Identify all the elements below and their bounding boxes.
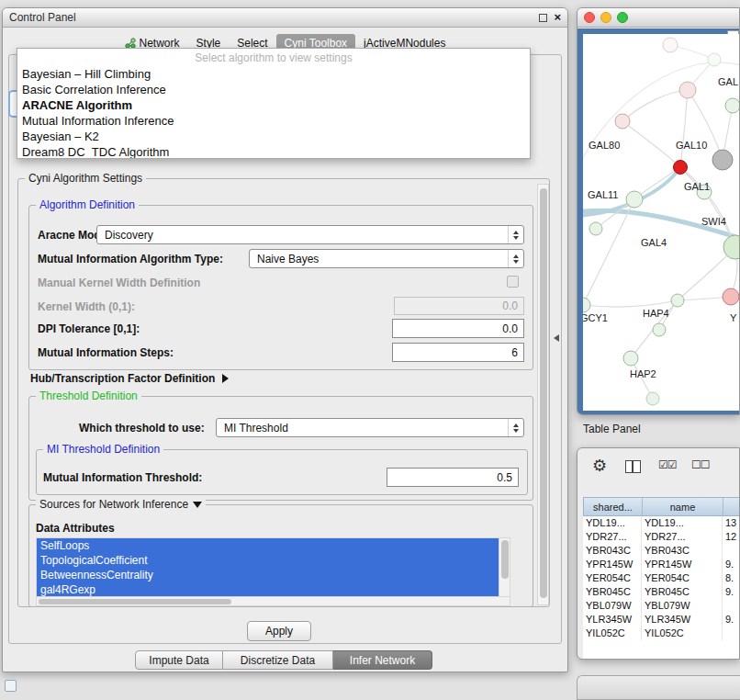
list-item[interactable]: BetweennessCentrality xyxy=(37,568,499,582)
network-node[interactable] xyxy=(653,323,666,336)
cell-shared-name: YBR043C xyxy=(583,544,642,558)
cell-name: YPR145W xyxy=(642,558,723,571)
list-item[interactable]: SelfLoops xyxy=(37,538,499,553)
network-node[interactable] xyxy=(712,150,733,170)
threshold-definition-legend: Threshold Definition xyxy=(36,390,141,402)
mac-zoom-button[interactable] xyxy=(617,12,628,23)
cell-name: YDL19... xyxy=(642,516,723,530)
cell-value xyxy=(723,599,740,613)
network-node[interactable] xyxy=(589,222,602,235)
combo-stepper-icon xyxy=(508,226,523,243)
float-window-icon[interactable] xyxy=(539,14,547,22)
network-node[interactable] xyxy=(646,392,659,405)
network-window-titlebar xyxy=(577,8,739,28)
dropdown-item-selected[interactable]: ARACNE Algorithm xyxy=(17,97,530,113)
cell-name: YLR345W xyxy=(642,613,723,627)
which-threshold-label: Which threshold to use: xyxy=(79,422,205,435)
list-item[interactable]: TopologicalCoefficient xyxy=(37,553,499,568)
network-node[interactable] xyxy=(725,98,740,113)
mi-type-label: Mutual Information Algorithm Type: xyxy=(38,253,223,265)
dropdown-item[interactable]: Dream8 DC_TDC Algorithm xyxy=(17,144,530,159)
mi-steps-field[interactable]: 6 xyxy=(392,343,524,362)
network-node[interactable] xyxy=(626,191,643,208)
mac-close-button[interactable] xyxy=(584,12,595,23)
cell-name: YIL052C xyxy=(642,627,723,640)
cyni-algorithm-settings-title: Cyni Algorithm Settings xyxy=(28,172,142,185)
table-row[interactable]: YBR045C YBR045C 9. xyxy=(583,585,740,599)
network-node[interactable] xyxy=(679,82,696,98)
table-row[interactable]: YPR145W YPR145W 9. xyxy=(583,558,740,571)
sources-section-toggle[interactable]: Sources for Network Inference xyxy=(36,498,206,511)
cell-name: YBR043C xyxy=(642,544,723,558)
cell-name: YDR27... xyxy=(642,530,723,544)
column-header-clipped[interactable] xyxy=(723,498,740,515)
network-node[interactable] xyxy=(671,294,684,307)
dropdown-item[interactable]: Bayesian – Hill Climbing xyxy=(17,66,530,82)
network-canvas[interactable]: GAL80 GAL10 GAL11 GAL1 SWI4 GAL4 GCY1 HA… xyxy=(583,34,740,411)
table-row[interactable]: YIL052C YIL052C xyxy=(583,627,740,640)
table-row[interactable]: YDL19... YDL19... 13 xyxy=(583,516,740,530)
settings-scrollbar[interactable] xyxy=(537,184,549,605)
mi-type-select[interactable]: Naive Bayes xyxy=(249,249,524,268)
table-body: YDL19... YDL19... 13 YDR27... YDR27... 1… xyxy=(583,516,740,659)
cell-shared-name: YDR27... xyxy=(583,530,642,544)
network-node[interactable] xyxy=(708,53,721,66)
mi-threshold-field[interactable]: 0.5 xyxy=(387,468,519,487)
tab-impute-data[interactable]: Impute Data xyxy=(135,650,223,670)
mi-threshold-legend: MI Threshold Definition xyxy=(43,443,163,456)
cell-value xyxy=(723,627,740,640)
node-label: GAL4 xyxy=(641,237,667,248)
apply-button[interactable]: Apply xyxy=(247,621,311,641)
cell-name: YBL079W xyxy=(642,599,723,613)
network-node-gal10[interactable] xyxy=(674,161,688,175)
dropdown-item[interactable]: Bayesian – K2 xyxy=(17,129,530,144)
network-view-window: GAL80 GAL10 GAL11 GAL1 SWI4 GAL4 GCY1 HA… xyxy=(577,7,740,415)
hub-tf-section-label: Hub/Transcription Factor Definition xyxy=(30,372,215,385)
node-label: GAL80 xyxy=(589,140,620,151)
gear-icon[interactable]: ⚙ xyxy=(592,456,607,476)
minimized-panel-button[interactable] xyxy=(5,680,17,692)
table-row[interactable]: YER054C YER054C 8. xyxy=(583,571,740,585)
node-label: GAL10 xyxy=(676,140,707,151)
dpi-tolerance-field[interactable]: 0.0 xyxy=(392,319,524,338)
dropdown-item[interactable]: Basic Correlation Inference xyxy=(17,82,530,97)
mi-threshold-label: Mutual Information Threshold: xyxy=(43,471,202,484)
tab-infer-network[interactable]: Infer Network xyxy=(333,650,432,670)
columns-icon[interactable] xyxy=(625,460,641,473)
dpi-tolerance-label: DPI Tolerance [0,1]: xyxy=(38,322,140,335)
control-panel-title: Control Panel xyxy=(9,11,76,24)
expanded-arrow-icon xyxy=(193,502,202,508)
cell-shared-name: YDL19... xyxy=(583,516,642,530)
dropdown-item[interactable]: Mutual Information Inference xyxy=(17,113,530,129)
mac-minimize-button[interactable] xyxy=(600,12,611,23)
manual-kernel-label: Manual Kernel Width Definition xyxy=(38,277,200,289)
list-item[interactable]: gal4RGexp xyxy=(37,582,499,597)
network-node[interactable] xyxy=(723,288,739,305)
tab-discretize-data[interactable]: Discretize Data xyxy=(223,650,333,670)
table-row[interactable]: YBL079W YBL079W xyxy=(583,599,740,613)
column-header-name[interactable]: name xyxy=(643,498,723,515)
column-header-shared-name[interactable]: shared... xyxy=(584,498,643,515)
which-threshold-select[interactable]: MI Threshold xyxy=(216,418,524,437)
close-icon[interactable]: × xyxy=(554,13,561,22)
aracne-mode-select[interactable]: Discovery xyxy=(96,225,524,244)
deselect-all-columns-icon[interactable]: ☐☐ xyxy=(691,458,710,471)
table-row[interactable]: YLR345W YLR345W 9. xyxy=(583,613,740,627)
splitter-collapse-arrow[interactable] xyxy=(554,334,559,342)
table-row[interactable]: YBR043C YBR043C xyxy=(583,544,740,558)
threshold-definition-title: Threshold Definition xyxy=(39,390,138,402)
select-all-columns-icon[interactable]: ☑☑ xyxy=(658,458,677,471)
node-label: Y xyxy=(730,312,737,323)
list-vertical-scrollbar[interactable] xyxy=(499,538,510,597)
network-node[interactable] xyxy=(623,351,638,366)
network-node[interactable] xyxy=(723,235,740,259)
list-horizontal-scrollbar[interactable] xyxy=(37,596,510,605)
network-node[interactable] xyxy=(663,38,678,52)
table-row[interactable]: YDR27... YDR27... 12 xyxy=(583,530,740,544)
mi-steps-label: Mutual Information Steps: xyxy=(38,346,174,359)
table-toolbar: ⚙ ☑☑ ☐☐ xyxy=(577,448,739,492)
hub-tf-section-toggle[interactable]: Hub/Transcription Factor Definition xyxy=(30,372,229,385)
network-node[interactable] xyxy=(583,298,590,312)
network-node[interactable] xyxy=(615,114,630,129)
cell-shared-name: YBR045C xyxy=(583,585,642,599)
